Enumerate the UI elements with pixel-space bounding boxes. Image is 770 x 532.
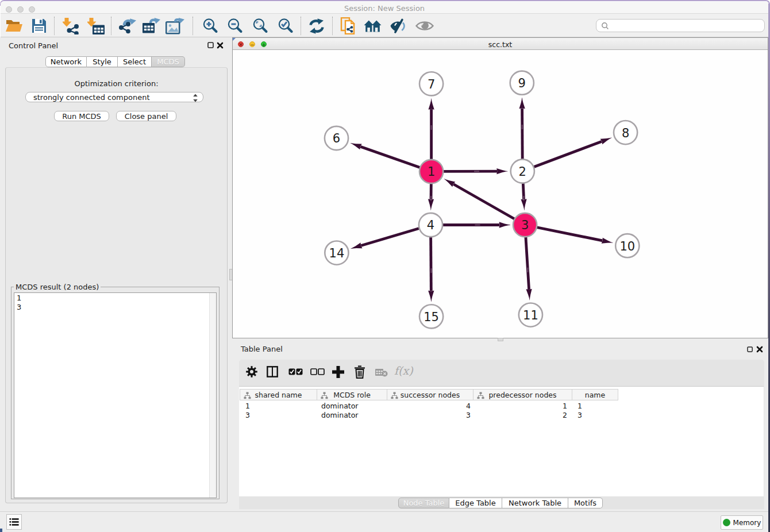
svg-text:9: 9 bbox=[518, 76, 526, 90]
svg-text:15: 15 bbox=[424, 310, 439, 324]
svg-text:2: 2 bbox=[519, 165, 526, 179]
svg-text:4: 4 bbox=[427, 218, 434, 232]
svg-text:7: 7 bbox=[428, 78, 435, 91]
svg-text:3: 3 bbox=[521, 218, 529, 232]
svg-text:14: 14 bbox=[329, 246, 345, 260]
svg-text:8: 8 bbox=[622, 126, 629, 140]
svg-text:1: 1 bbox=[428, 165, 435, 179]
svg-text:10: 10 bbox=[619, 240, 635, 253]
svg-text:11: 11 bbox=[523, 309, 538, 322]
svg-text:6: 6 bbox=[333, 132, 340, 145]
